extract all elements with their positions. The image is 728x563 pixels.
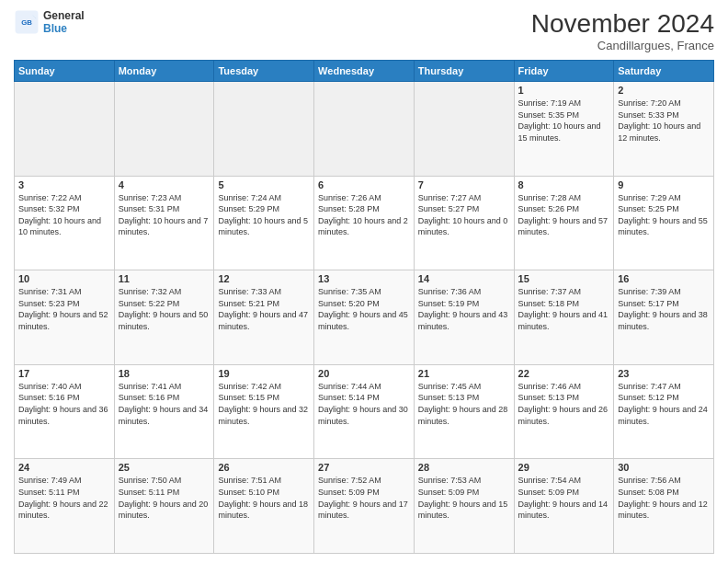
calendar-cell-w1-d4: [414, 82, 514, 177]
week-row-2: 3Sunrise: 7:22 AM Sunset: 5:32 PM Daylig…: [15, 176, 714, 270]
calendar-cell-w2-d2: 5Sunrise: 7:24 AM Sunset: 5:29 PM Daylig…: [214, 176, 314, 270]
day-number: 25: [119, 462, 210, 473]
day-number: 24: [18, 462, 110, 473]
day-info: Sunrise: 7:35 AM Sunset: 5:20 PM Dayligh…: [318, 286, 410, 332]
calendar-cell-w3-d3: 13Sunrise: 7:35 AM Sunset: 5:20 PM Dayli…: [314, 270, 415, 365]
calendar-cell-w3-d5: 15Sunrise: 7:37 AM Sunset: 5:18 PM Dayli…: [514, 270, 614, 365]
day-number: 5: [218, 179, 310, 190]
calendar-cell-w5-d0: 24Sunrise: 7:49 AM Sunset: 5:11 PM Dayli…: [15, 459, 115, 554]
day-number: 21: [418, 368, 510, 379]
day-number: 8: [518, 179, 610, 190]
location: Candillargues, France: [531, 39, 714, 52]
week-row-3: 10Sunrise: 7:31 AM Sunset: 5:23 PM Dayli…: [15, 270, 714, 365]
calendar-cell-w1-d6: 2Sunrise: 7:20 AM Sunset: 5:33 PM Daylig…: [614, 82, 714, 177]
calendar-cell-w2-d3: 6Sunrise: 7:26 AM Sunset: 5:28 PM Daylig…: [314, 176, 415, 270]
calendar-cell-w4-d6: 23Sunrise: 7:47 AM Sunset: 5:12 PM Dayli…: [614, 364, 714, 459]
day-number: 22: [518, 368, 610, 379]
day-info: Sunrise: 7:27 AM Sunset: 5:27 PM Dayligh…: [418, 192, 510, 238]
logo-text: General Blue: [43, 9, 85, 35]
day-info: Sunrise: 7:19 AM Sunset: 5:35 PM Dayligh…: [518, 98, 610, 144]
calendar-cell-w4-d4: 21Sunrise: 7:45 AM Sunset: 5:13 PM Dayli…: [414, 364, 514, 459]
calendar-table: Sunday Monday Tuesday Wednesday Thursday…: [14, 60, 714, 554]
day-info: Sunrise: 7:39 AM Sunset: 5:17 PM Dayligh…: [618, 286, 710, 332]
calendar-cell-w5-d2: 26Sunrise: 7:51 AM Sunset: 5:10 PM Dayli…: [214, 459, 314, 554]
calendar-cell-w5-d5: 29Sunrise: 7:54 AM Sunset: 5:09 PM Dayli…: [514, 459, 614, 554]
day-number: 14: [418, 273, 510, 284]
day-number: 12: [218, 273, 310, 284]
day-number: 4: [119, 179, 210, 190]
calendar-cell-w4-d2: 19Sunrise: 7:42 AM Sunset: 5:15 PM Dayli…: [214, 364, 314, 459]
header-sunday: Sunday: [15, 61, 115, 82]
day-number: 17: [18, 368, 110, 379]
calendar-cell-w2-d4: 7Sunrise: 7:27 AM Sunset: 5:27 PM Daylig…: [414, 176, 514, 270]
calendar-cell-w2-d5: 8Sunrise: 7:28 AM Sunset: 5:26 PM Daylig…: [514, 176, 614, 270]
day-info: Sunrise: 7:53 AM Sunset: 5:09 PM Dayligh…: [418, 475, 510, 521]
day-number: 23: [618, 368, 710, 379]
day-info: Sunrise: 7:46 AM Sunset: 5:13 PM Dayligh…: [518, 381, 610, 427]
day-info: Sunrise: 7:54 AM Sunset: 5:09 PM Dayligh…: [518, 475, 610, 521]
calendar-cell-w3-d2: 12Sunrise: 7:33 AM Sunset: 5:21 PM Dayli…: [214, 270, 314, 365]
svg-text:GB: GB: [21, 18, 32, 27]
header-friday: Friday: [514, 61, 614, 82]
month-title: November 2024: [531, 9, 714, 39]
day-number: 28: [418, 462, 510, 473]
header-monday: Monday: [114, 61, 214, 82]
header-wednesday: Wednesday: [314, 61, 415, 82]
header-saturday: Saturday: [614, 61, 714, 82]
calendar-cell-w1-d1: [114, 82, 214, 177]
title-block: November 2024 Candillargues, France: [531, 9, 714, 52]
day-info: Sunrise: 7:47 AM Sunset: 5:12 PM Dayligh…: [618, 381, 710, 427]
day-info: Sunrise: 7:50 AM Sunset: 5:11 PM Dayligh…: [119, 475, 210, 521]
calendar-cell-w2-d6: 9Sunrise: 7:29 AM Sunset: 5:25 PM Daylig…: [614, 176, 714, 270]
day-info: Sunrise: 7:44 AM Sunset: 5:14 PM Dayligh…: [318, 381, 410, 427]
day-number: 30: [618, 462, 710, 473]
calendar-cell-w1-d2: [214, 82, 314, 177]
day-number: 10: [18, 273, 110, 284]
day-number: 29: [518, 462, 610, 473]
calendar-cell-w1-d3: [314, 82, 415, 177]
day-number: 20: [318, 368, 410, 379]
day-number: 13: [318, 273, 410, 284]
day-info: Sunrise: 7:22 AM Sunset: 5:32 PM Dayligh…: [18, 192, 110, 238]
calendar-cell-w5-d3: 27Sunrise: 7:52 AM Sunset: 5:09 PM Dayli…: [314, 459, 415, 554]
calendar-cell-w5-d1: 25Sunrise: 7:50 AM Sunset: 5:11 PM Dayli…: [114, 459, 214, 554]
day-number: 11: [119, 273, 210, 284]
day-info: Sunrise: 7:23 AM Sunset: 5:31 PM Dayligh…: [119, 192, 210, 238]
week-row-5: 24Sunrise: 7:49 AM Sunset: 5:11 PM Dayli…: [15, 459, 714, 554]
day-info: Sunrise: 7:52 AM Sunset: 5:09 PM Dayligh…: [318, 475, 410, 521]
day-info: Sunrise: 7:56 AM Sunset: 5:08 PM Dayligh…: [618, 475, 710, 521]
day-info: Sunrise: 7:20 AM Sunset: 5:33 PM Dayligh…: [618, 98, 710, 144]
day-info: Sunrise: 7:24 AM Sunset: 5:29 PM Dayligh…: [218, 192, 310, 238]
day-info: Sunrise: 7:51 AM Sunset: 5:10 PM Dayligh…: [218, 475, 310, 521]
day-info: Sunrise: 7:28 AM Sunset: 5:26 PM Dayligh…: [518, 192, 610, 238]
day-info: Sunrise: 7:26 AM Sunset: 5:28 PM Dayligh…: [318, 192, 410, 238]
week-row-4: 17Sunrise: 7:40 AM Sunset: 5:16 PM Dayli…: [15, 364, 714, 459]
day-info: Sunrise: 7:41 AM Sunset: 5:16 PM Dayligh…: [119, 381, 210, 427]
page-header: GB General Blue November 2024 Candillarg…: [14, 9, 714, 52]
header-thursday: Thursday: [414, 61, 514, 82]
logo: GB General Blue: [14, 9, 85, 35]
header-tuesday: Tuesday: [214, 61, 314, 82]
day-number: 1: [518, 85, 610, 96]
day-number: 3: [18, 179, 110, 190]
day-info: Sunrise: 7:49 AM Sunset: 5:11 PM Dayligh…: [18, 475, 110, 521]
calendar-cell-w3-d6: 16Sunrise: 7:39 AM Sunset: 5:17 PM Dayli…: [614, 270, 714, 365]
day-number: 9: [618, 179, 710, 190]
calendar-cell-w2-d0: 3Sunrise: 7:22 AM Sunset: 5:32 PM Daylig…: [15, 176, 115, 270]
day-number: 15: [518, 273, 610, 284]
day-number: 6: [318, 179, 410, 190]
day-number: 27: [318, 462, 410, 473]
day-info: Sunrise: 7:31 AM Sunset: 5:23 PM Dayligh…: [18, 286, 110, 332]
day-info: Sunrise: 7:32 AM Sunset: 5:22 PM Dayligh…: [119, 286, 210, 332]
calendar-cell-w1-d0: [15, 82, 115, 177]
week-row-1: 1Sunrise: 7:19 AM Sunset: 5:35 PM Daylig…: [15, 82, 714, 177]
day-info: Sunrise: 7:45 AM Sunset: 5:13 PM Dayligh…: [418, 381, 510, 427]
calendar-cell-w2-d1: 4Sunrise: 7:23 AM Sunset: 5:31 PM Daylig…: [114, 176, 214, 270]
calendar-cell-w1-d5: 1Sunrise: 7:19 AM Sunset: 5:35 PM Daylig…: [514, 82, 614, 177]
calendar-page: GB General Blue November 2024 Candillarg…: [0, 0, 728, 563]
calendar-cell-w5-d4: 28Sunrise: 7:53 AM Sunset: 5:09 PM Dayli…: [414, 459, 514, 554]
calendar-cell-w4-d1: 18Sunrise: 7:41 AM Sunset: 5:16 PM Dayli…: [114, 364, 214, 459]
day-number: 7: [418, 179, 510, 190]
day-info: Sunrise: 7:33 AM Sunset: 5:21 PM Dayligh…: [218, 286, 310, 332]
day-number: 16: [618, 273, 710, 284]
